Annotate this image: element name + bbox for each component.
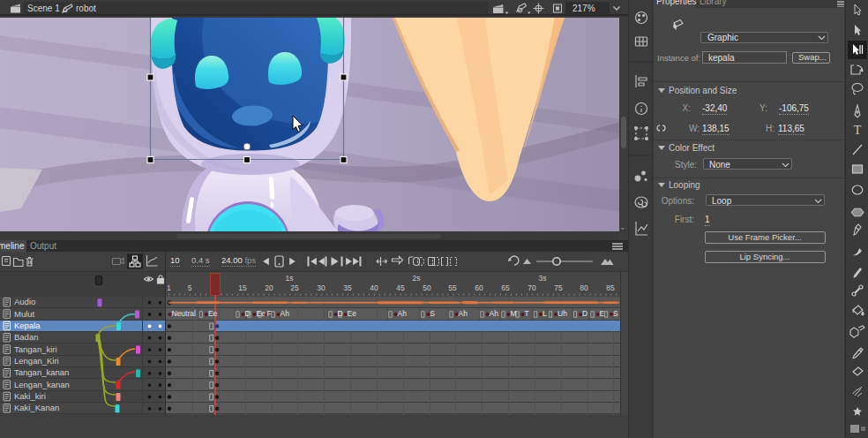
svg-text:T: T [854,124,862,137]
